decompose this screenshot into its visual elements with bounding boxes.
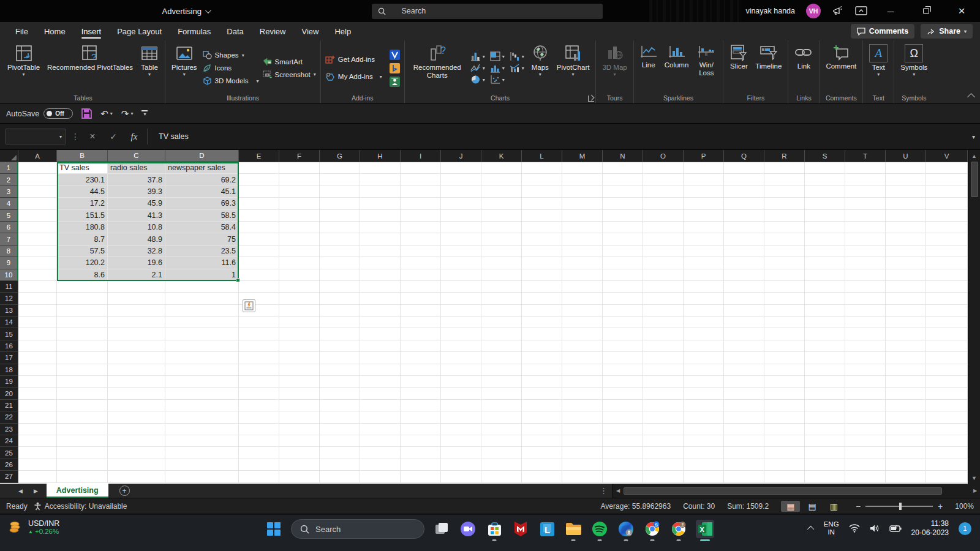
cell-U27[interactable]	[886, 471, 926, 482]
cell-E2[interactable]	[239, 174, 279, 186]
avatar[interactable]: VH	[806, 4, 821, 18]
cell-K4[interactable]	[481, 198, 522, 209]
file-explorer-icon[interactable]	[564, 520, 582, 538]
cell-E8[interactable]	[239, 246, 279, 257]
cell-O13[interactable]	[643, 305, 684, 317]
cell-N19[interactable]	[603, 376, 643, 388]
save-button[interactable]	[81, 108, 92, 119]
cell-M12[interactable]	[562, 293, 603, 304]
cell-B22[interactable]	[57, 411, 108, 423]
cell-G9[interactable]	[320, 257, 360, 269]
zoom-out-button[interactable]: −	[856, 501, 861, 511]
cell-L19[interactable]	[522, 376, 562, 388]
row-header-27[interactable]: 27	[0, 471, 18, 482]
cell-R9[interactable]	[764, 257, 805, 269]
cell-M9[interactable]	[562, 257, 603, 269]
cell-S27[interactable]	[805, 471, 845, 482]
cell-C4[interactable]: 45.9	[108, 198, 165, 209]
column-header-P[interactable]: P	[684, 150, 724, 162]
battery-icon[interactable]	[889, 525, 902, 532]
cell-P6[interactable]	[684, 222, 724, 233]
cell-H9[interactable]	[360, 257, 401, 269]
cell-L27[interactable]	[522, 471, 562, 482]
cell-P1[interactable]	[684, 162, 724, 174]
cell-G5[interactable]	[320, 210, 360, 222]
cell-U7[interactable]	[886, 233, 926, 245]
cell-L14[interactable]	[522, 317, 562, 328]
cell-D9[interactable]: 11.6	[165, 257, 239, 269]
tab-data[interactable]: Data	[219, 23, 251, 39]
cell-C26[interactable]	[108, 459, 165, 471]
get-addins-button[interactable]: Get Add-ins	[325, 55, 382, 64]
cell-S3[interactable]	[805, 186, 845, 198]
cell-A9[interactable]	[18, 257, 57, 269]
cell-V12[interactable]	[926, 293, 968, 304]
cell-B25[interactable]	[57, 447, 108, 459]
cell-J12[interactable]	[441, 293, 481, 304]
cell-N3[interactable]	[603, 186, 643, 198]
cell-S2[interactable]	[805, 174, 845, 186]
scroll-down-button[interactable]: ▼	[968, 472, 980, 484]
cell-L20[interactable]	[522, 388, 562, 399]
cell-A6[interactable]	[18, 222, 57, 233]
cell-S15[interactable]	[805, 328, 845, 340]
doc-title-area[interactable]: Advertising	[0, 7, 372, 16]
close-button[interactable]: ×	[949, 0, 974, 22]
cell-F5[interactable]	[279, 210, 320, 222]
cell-D14[interactable]	[165, 317, 239, 328]
cell-P27[interactable]	[684, 471, 724, 482]
addin-bing-icon[interactable]	[390, 63, 400, 73]
row-header-9[interactable]: 9	[0, 257, 18, 269]
cell-Q18[interactable]	[724, 364, 764, 376]
row-header-16[interactable]: 16	[0, 340, 18, 352]
cell-L24[interactable]	[522, 435, 562, 447]
cell-T25[interactable]	[845, 447, 886, 459]
cell-G6[interactable]	[320, 222, 360, 233]
pivotchart-button[interactable]: PivotChart▾	[554, 42, 593, 94]
cell-I23[interactable]	[401, 424, 441, 435]
cell-S22[interactable]	[805, 411, 845, 423]
cell-B13[interactable]	[57, 305, 108, 317]
cell-P24[interactable]	[684, 435, 724, 447]
cell-M5[interactable]	[562, 210, 603, 222]
sparkline-line-button[interactable]: Line	[637, 42, 660, 94]
cell-N1[interactable]	[603, 162, 643, 174]
cell-T5[interactable]	[845, 210, 886, 222]
cell-I12[interactable]	[401, 293, 441, 304]
cell-I14[interactable]	[401, 317, 441, 328]
cell-D3[interactable]: 45.1	[165, 186, 239, 198]
cell-V13[interactable]	[926, 305, 968, 317]
column-header-T[interactable]: T	[845, 150, 886, 162]
cell-B17[interactable]	[57, 352, 108, 364]
cell-N21[interactable]	[603, 400, 643, 411]
cell-J2[interactable]	[441, 174, 481, 186]
cell-Q4[interactable]	[724, 198, 764, 209]
cell-L16[interactable]	[522, 340, 562, 352]
cell-M1[interactable]	[562, 162, 603, 174]
cell-K1[interactable]	[481, 162, 522, 174]
cell-L3[interactable]	[522, 186, 562, 198]
cell-P20[interactable]	[684, 388, 724, 399]
cell-Q17[interactable]	[724, 352, 764, 364]
cell-J22[interactable]	[441, 411, 481, 423]
cell-N8[interactable]	[603, 246, 643, 257]
cell-P2[interactable]	[684, 174, 724, 186]
cell-V4[interactable]	[926, 198, 968, 209]
cell-M16[interactable]	[562, 340, 603, 352]
cell-K14[interactable]	[481, 317, 522, 328]
cell-C3[interactable]: 39.3	[108, 186, 165, 198]
cell-F16[interactable]	[279, 340, 320, 352]
charts-dialog-launcher[interactable]	[588, 96, 594, 102]
cell-B27[interactable]	[57, 471, 108, 482]
cell-B18[interactable]	[57, 364, 108, 376]
cell-M19[interactable]	[562, 376, 603, 388]
cell-S14[interactable]	[805, 317, 845, 328]
cell-L17[interactable]	[522, 352, 562, 364]
row-header-25[interactable]: 25	[0, 447, 18, 459]
cell-N2[interactable]	[603, 174, 643, 186]
clock[interactable]: 11:38 20-06-2023	[911, 519, 949, 538]
cell-O21[interactable]	[643, 400, 684, 411]
cell-O23[interactable]	[643, 424, 684, 435]
cell-J14[interactable]	[441, 317, 481, 328]
cell-O5[interactable]	[643, 210, 684, 222]
